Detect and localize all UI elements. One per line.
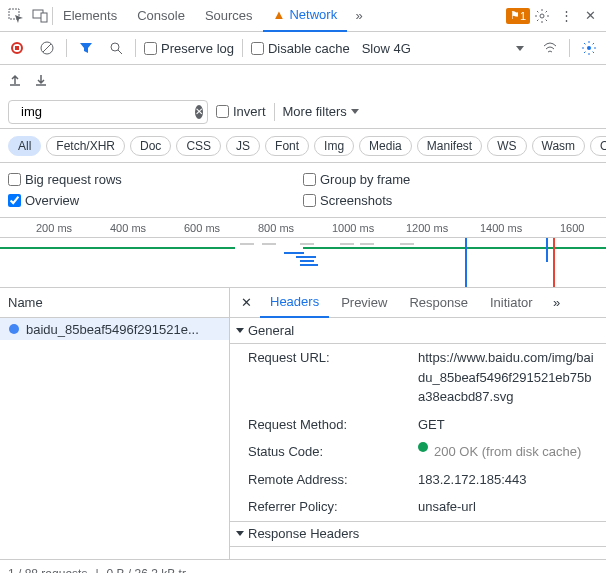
preserve-log-checkbox[interactable]: Preserve log [144,41,234,56]
svg-line-7 [43,44,51,52]
request-count: 1 / 88 requests [8,567,87,573]
type-manifest[interactable]: Manifest [417,136,482,156]
separator [569,39,570,57]
invert-checkbox[interactable]: Invert [216,104,266,119]
separator [135,39,136,57]
inspect-icon[interactable] [4,4,28,28]
filter-bar: ✕ Invert More filters [0,95,606,129]
wifi-icon[interactable] [539,37,561,59]
separator [66,39,67,57]
clear-icon[interactable] [36,37,58,59]
request-url-row: Request URL:https://www.baidu.com/img/ba… [230,344,606,411]
menu-icon[interactable]: ⋮ [554,4,578,28]
har-toolbar [0,65,606,95]
tab-headers[interactable]: Headers [260,288,329,318]
network-toolbar: Preserve log Disable cache Slow 4G [0,32,606,65]
more-tabs-icon[interactable]: » [347,4,371,28]
type-ws[interactable]: WS [487,136,526,156]
tab-initiator[interactable]: Initiator [480,288,543,318]
request-method-row: Request Method:GET [230,411,606,439]
warning-icon: ▲ [273,7,286,22]
device-icon[interactable] [28,4,52,28]
resource-type-filter: All Fetch/XHR Doc CSS JS Font Img Media … [0,129,606,163]
network-settings-icon[interactable] [578,37,600,59]
type-css[interactable]: CSS [176,136,221,156]
tab-response[interactable]: Response [399,288,478,318]
response-headers-section-header[interactable]: Response Headers [230,521,606,547]
close-details-icon[interactable]: ✕ [234,291,258,315]
separator [274,103,275,121]
expand-icon [236,531,244,536]
more-detail-tabs-icon[interactable]: » [545,291,569,315]
throttle-select[interactable]: Slow 4G [362,41,411,56]
timeline-body [0,238,606,288]
overview-checkbox[interactable]: Overview [8,190,303,211]
screenshots-checkbox[interactable]: Screenshots [303,190,598,211]
big-rows-checkbox[interactable]: Big request rows [8,169,303,190]
type-media[interactable]: Media [359,136,412,156]
type-other[interactable]: Other [590,136,606,156]
tab-elements[interactable]: Elements [53,0,127,32]
expand-icon [236,328,244,333]
type-font[interactable]: Font [265,136,309,156]
search-icon[interactable] [105,37,127,59]
throttle-dropdown-icon[interactable] [509,37,531,59]
svg-line-9 [118,50,122,54]
request-row[interactable]: baidu_85beaf5496f291521e... [0,318,229,340]
svg-rect-5 [15,46,19,50]
filter-input[interactable]: ✕ [8,100,208,124]
transfer-size: 0 B / 36.3 kB tr [107,567,186,573]
type-img[interactable]: Img [314,136,354,156]
group-frame-checkbox[interactable]: Group by frame [303,169,598,190]
download-icon[interactable] [34,73,48,87]
referrer-policy-row: Referrer Policy:unsafe-url [230,493,606,521]
remote-address-row: Remote Address:183.2.172.185:443 [230,466,606,494]
more-filters-dropdown[interactable]: More filters [283,104,359,119]
type-all[interactable]: All [8,136,41,156]
clear-filter-icon[interactable]: ✕ [195,105,203,119]
filter-icon[interactable] [75,37,97,59]
timeline-overview[interactable]: 200 ms 400 ms 600 ms 800 ms 1000 ms 1200… [0,218,606,288]
details-pane: ✕ Headers Preview Response Initiator » G… [230,288,606,559]
general-section-header[interactable]: General [230,318,606,344]
status-bar: 1 / 88 requests | 0 B / 36.3 kB tr [0,560,606,573]
view-options: Big request rows Group by frame Overview… [0,163,606,218]
tab-preview[interactable]: Preview [331,288,397,318]
record-icon[interactable] [6,37,28,59]
devtools-tabs: Elements Console Sources ▲Network » ⚑1 ⋮… [0,0,606,32]
svg-point-11 [9,324,19,334]
issues-badge[interactable]: ⚑1 [506,8,530,24]
close-icon[interactable]: ✕ [578,4,602,28]
svg-rect-2 [41,13,47,22]
details-tabs: ✕ Headers Preview Response Initiator » [230,288,606,318]
name-header[interactable]: Name [0,288,229,318]
tab-console[interactable]: Console [127,0,195,32]
type-wasm[interactable]: Wasm [532,136,586,156]
separator [242,39,243,57]
filter-text-field[interactable] [21,104,189,119]
disable-cache-checkbox[interactable]: Disable cache [251,41,350,56]
tab-sources[interactable]: Sources [195,0,263,32]
svg-point-3 [540,14,544,18]
tab-network[interactable]: ▲Network [263,0,348,32]
type-doc[interactable]: Doc [130,136,171,156]
settings-icon[interactable] [530,4,554,28]
type-js[interactable]: JS [226,136,260,156]
svg-point-8 [111,43,119,51]
status-dot-icon [418,442,428,452]
type-fetch[interactable]: Fetch/XHR [46,136,125,156]
request-details: Name baidu_85beaf5496f291521e... ✕ Heade… [0,288,606,560]
upload-icon[interactable] [8,73,22,87]
timeline-ruler: 200 ms 400 ms 600 ms 800 ms 1000 ms 1200… [0,218,606,238]
status-code-row: Status Code:200 OK (from disk cache) [230,438,606,466]
favicon-icon [8,323,20,335]
name-column: Name baidu_85beaf5496f291521e... [0,288,230,559]
svg-point-10 [587,46,591,50]
